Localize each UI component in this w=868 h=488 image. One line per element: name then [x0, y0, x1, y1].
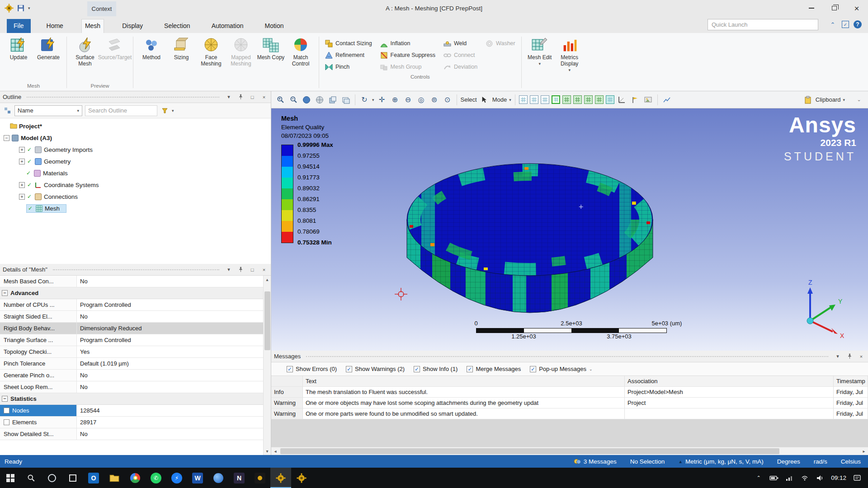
details-row-elements[interactable]: Elements 28917	[0, 417, 264, 428]
status-messages[interactable]: 3 Messages	[574, 458, 617, 465]
tab-file[interactable]: File	[7, 19, 31, 33]
shaded-view-icon[interactable]	[301, 94, 312, 105]
filter-popup-messages[interactable]: ✓Pop-up Messages⌄	[530, 366, 592, 372]
chrome-icon[interactable]	[125, 468, 146, 488]
pan-icon[interactable]: ✛	[377, 94, 387, 105]
whatsapp-icon[interactable]: ✆	[146, 468, 166, 488]
clipboard-icon[interactable]	[802, 94, 813, 105]
details-row[interactable]: Generate Pinch o...No	[0, 370, 264, 381]
select-mesh-region-icon[interactable]	[595, 95, 604, 104]
tree-item-project[interactable]: Project*	[0, 120, 271, 132]
expand-box-icon[interactable]: +	[19, 159, 25, 164]
elements-checkbox[interactable]	[4, 419, 9, 425]
zoom-box-icon[interactable]: ⊖	[403, 94, 414, 105]
select-node-icon[interactable]	[562, 95, 571, 104]
zoom-mode-icon[interactable]: ⊕	[390, 94, 401, 105]
ansys-workbench-taskbar-icon[interactable]	[291, 468, 312, 488]
checkbox-icon[interactable]: ✓	[346, 366, 352, 372]
messages-horizontal-scrollbar[interactable]: ◂ ▸	[271, 447, 868, 455]
face-meshing-button[interactable]: Face Meshing	[196, 35, 226, 82]
details-row-nodes[interactable]: Nodes 128544	[0, 405, 264, 417]
filter-show-errors[interactable]: ✓Show Errors (0)	[287, 366, 337, 372]
network-icon[interactable]	[785, 474, 794, 483]
options-icon[interactable]: ✓	[842, 21, 849, 28]
toolbar-overflow-icon[interactable]: ⌄	[854, 94, 864, 105]
message-row[interactable]: Info The mesh translation to Fluent was …	[271, 387, 868, 398]
tab-motion[interactable]: Motion	[261, 19, 287, 33]
select-mesh-icon[interactable]	[606, 95, 614, 104]
close-panel-icon[interactable]: ×	[260, 93, 268, 101]
file-explorer-icon[interactable]	[104, 468, 125, 488]
flag-icon[interactable]	[630, 94, 641, 105]
collapse-box-icon[interactable]: −	[2, 396, 8, 402]
rotate-dropdown-icon[interactable]: ▾	[372, 98, 374, 102]
tree-item-connections[interactable]: + ✓ Connections	[0, 191, 271, 202]
collapse-box-icon[interactable]: −	[4, 135, 9, 141]
minimize-button[interactable]	[800, 0, 823, 16]
column-timestamp[interactable]: Timestamp	[834, 376, 868, 386]
save-icon[interactable]	[17, 5, 24, 12]
start-button[interactable]	[0, 468, 21, 488]
expand-box-icon[interactable]: +	[19, 194, 25, 200]
status-temperature-unit[interactable]: Celsius	[841, 458, 861, 465]
collapse-box-icon[interactable]: −	[2, 290, 8, 296]
tree-item-model[interactable]: − Model (A3)	[0, 132, 271, 144]
message-row[interactable]: Warning One or more parts were found to …	[271, 408, 868, 419]
taskbar-search-icon[interactable]	[21, 468, 42, 488]
float-icon[interactable]: □	[248, 93, 256, 101]
task-view-icon[interactable]	[62, 468, 83, 488]
collapse-ribbon-icon[interactable]: ⌃	[828, 20, 837, 29]
quick-launch-input[interactable]	[708, 21, 818, 28]
update-button[interactable]: Update	[4, 35, 33, 82]
details-row[interactable]: Mesh Based Con...No	[0, 276, 264, 287]
details-row[interactable]: Pinch ToleranceDefault (1.019 µm)	[0, 358, 264, 370]
column-text[interactable]: Text	[303, 376, 625, 386]
method-button[interactable]: Method	[137, 35, 166, 82]
clipboard-label[interactable]: Clipboard	[816, 96, 841, 103]
cortana-icon[interactable]	[42, 468, 62, 488]
checkbox-icon[interactable]: ✓	[530, 366, 536, 372]
help-icon[interactable]: ?	[854, 20, 862, 28]
surface-mesh-button[interactable]: Surface Mesh	[70, 35, 100, 82]
outline-search-input[interactable]	[85, 107, 157, 114]
pin-icon[interactable]	[845, 352, 854, 361]
tab-display[interactable]: Display	[119, 19, 146, 33]
quick-access-dropdown-icon[interactable]: ▾	[28, 6, 30, 10]
details-row[interactable]: Topology Checki...Yes	[0, 346, 264, 358]
tree-item-geometry-imports[interactable]: + ✓ Geometry Imports	[0, 144, 271, 155]
image-capture-icon[interactable]	[643, 94, 654, 105]
select-body-icon[interactable]	[552, 95, 560, 104]
wireframe-view-icon[interactable]	[314, 94, 325, 105]
scroll-right-icon[interactable]: ▸	[860, 447, 868, 455]
select-element-face-icon[interactable]	[573, 95, 582, 104]
pin-icon[interactable]	[236, 266, 245, 274]
details-row-selected[interactable]: Rigid Body Behav...Dimensionally Reduced	[0, 323, 264, 334]
zoom-fit-icon[interactable]: ◎	[416, 94, 427, 105]
tray-chevron-icon[interactable]: ⌃	[754, 474, 763, 483]
onenote-icon[interactable]: N	[229, 468, 250, 488]
checkbox-icon[interactable]: ✓	[467, 366, 473, 372]
toolbar-more-icon[interactable]: ▾	[172, 108, 174, 113]
details-row[interactable]: Show Detailed St...No	[0, 428, 264, 440]
clipboard-dropdown-icon[interactable]: ▾	[843, 98, 845, 102]
notification-icon[interactable]	[853, 474, 862, 483]
status-angular-velocity-unit[interactable]: rad/s	[814, 458, 827, 465]
tab-home[interactable]: Home	[43, 19, 66, 33]
close-button[interactable]: ×	[845, 0, 868, 16]
generate-button[interactable]: Generate	[33, 35, 63, 82]
details-row[interactable]: Triangle Surface ...Program Controlled	[0, 334, 264, 346]
details-row[interactable]: Straight Sided El...No	[0, 311, 264, 323]
rotate-icon[interactable]: ↻	[359, 94, 370, 105]
pin-icon[interactable]	[236, 93, 245, 101]
feature-suppress-button[interactable]: Feature Suppress	[380, 52, 435, 59]
battery-icon[interactable]	[769, 474, 778, 483]
expand-box-icon[interactable]: +	[19, 182, 25, 188]
scroll-down-icon[interactable]: ▾	[264, 447, 271, 455]
status-units[interactable]: ▲ Metric (μm, kg, μN, s, V, mA)	[678, 458, 763, 465]
zoom-prev-icon[interactable]: ⊙	[442, 94, 453, 105]
scroll-thumb[interactable]	[280, 448, 779, 454]
details-row[interactable]: Number of CPUs ...Program Controlled	[0, 299, 264, 311]
filter-show-info[interactable]: ✓Show Info (1)	[414, 366, 458, 372]
outline-filter-icon[interactable]	[3, 106, 12, 115]
chart-icon[interactable]	[661, 94, 672, 105]
